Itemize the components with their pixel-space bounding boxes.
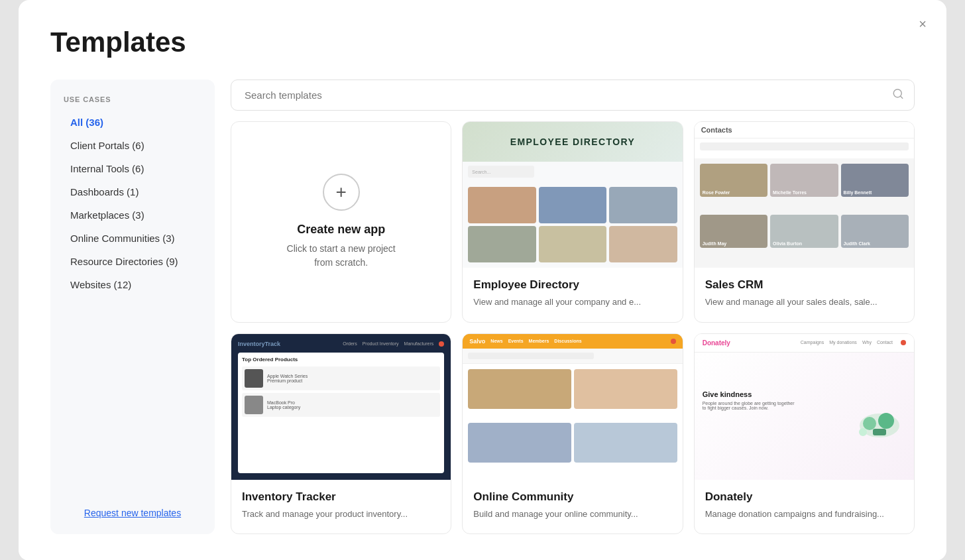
svg-rect-5 bbox=[873, 429, 886, 435]
page-title: Templates bbox=[50, 27, 915, 58]
search-input[interactable] bbox=[231, 80, 915, 111]
sidebar-item-all[interactable]: All (36) bbox=[64, 111, 201, 133]
search-bar bbox=[231, 80, 915, 111]
template-preview-donately: Donately Campaigns My donations Why Cont… bbox=[695, 334, 914, 480]
create-plus-icon: + bbox=[323, 174, 360, 211]
sidebar-item-online-communities[interactable]: Online Communities (3) bbox=[64, 227, 201, 249]
modal: × Templates USE CASES All (36) Client Po… bbox=[19, 0, 946, 560]
template-card-sales-crm[interactable]: Contacts Rose Fowler Michelle Torres bbox=[694, 121, 915, 323]
card-info-sales-crm: Sales CRM View and manage all your sales… bbox=[695, 268, 914, 322]
template-card-online-community[interactable]: Salvo News Events Members Discussions bbox=[462, 333, 683, 535]
main-content: + Create new app Click to start a new pr… bbox=[231, 80, 915, 534]
sidebar-section-label: USE CASES bbox=[64, 95, 201, 103]
create-new-app-card[interactable]: + Create new app Click to start a new pr… bbox=[231, 121, 451, 323]
sidebar-item-client-portals[interactable]: Client Portals (6) bbox=[64, 135, 201, 156]
sidebar: USE CASES All (36) Client Portals (6) In… bbox=[50, 80, 215, 534]
templates-grid: + Create new app Click to start a new pr… bbox=[231, 121, 915, 534]
template-preview-online-community: Salvo News Events Members Discussions bbox=[463, 334, 682, 480]
sidebar-item-dashboards[interactable]: Dashboards (1) bbox=[64, 181, 201, 203]
sidebar-item-marketplaces[interactable]: Marketplaces (3) bbox=[64, 204, 201, 226]
modal-body: USE CASES All (36) Client Portals (6) In… bbox=[50, 80, 915, 534]
template-card-donately[interactable]: Donately Campaigns My donations Why Cont… bbox=[694, 333, 915, 535]
svg-line-1 bbox=[900, 95, 902, 97]
sidebar-nav: USE CASES All (36) Client Portals (6) In… bbox=[64, 95, 201, 297]
close-icon: × bbox=[919, 17, 927, 32]
request-new-templates-link[interactable]: Request new templates bbox=[64, 508, 201, 518]
search-icon bbox=[892, 87, 904, 103]
svg-point-3 bbox=[863, 417, 876, 430]
card-info-employee-directory: Employee Directory View and manage all y… bbox=[463, 268, 682, 322]
template-card-employee-directory[interactable]: EMPLOYEE DIRECTORY Search... bbox=[462, 121, 683, 323]
card-info-online-community: Online Community Build and manage your o… bbox=[463, 480, 682, 534]
sidebar-item-websites[interactable]: Websites (12) bbox=[64, 274, 201, 296]
svg-point-4 bbox=[878, 413, 894, 429]
card-info-inventory-tracker: Inventory Tracker Track and manage your … bbox=[231, 480, 451, 534]
close-button[interactable]: × bbox=[912, 13, 933, 34]
template-preview-employee-directory: EMPLOYEE DIRECTORY Search... bbox=[463, 122, 682, 268]
sidebar-item-resource-directories[interactable]: Resource Directories (9) bbox=[64, 251, 201, 272]
template-preview-inventory-tracker: InventoryTrack Orders Product Inventory … bbox=[231, 334, 451, 480]
svg-point-6 bbox=[859, 428, 867, 436]
create-card-description: Click to start a new projectfrom scratch… bbox=[287, 242, 396, 270]
sidebar-item-internal-tools[interactable]: Internal Tools (6) bbox=[64, 158, 201, 180]
create-card-title: Create new app bbox=[297, 223, 385, 237]
card-info-donately: Donately Manage donation campaigns and f… bbox=[695, 480, 914, 534]
template-preview-sales-crm: Contacts Rose Fowler Michelle Torres bbox=[695, 122, 914, 268]
template-card-inventory-tracker[interactable]: InventoryTrack Orders Product Inventory … bbox=[231, 333, 451, 535]
sidebar-items: All (36) Client Portals (6) Internal Too… bbox=[64, 111, 201, 296]
